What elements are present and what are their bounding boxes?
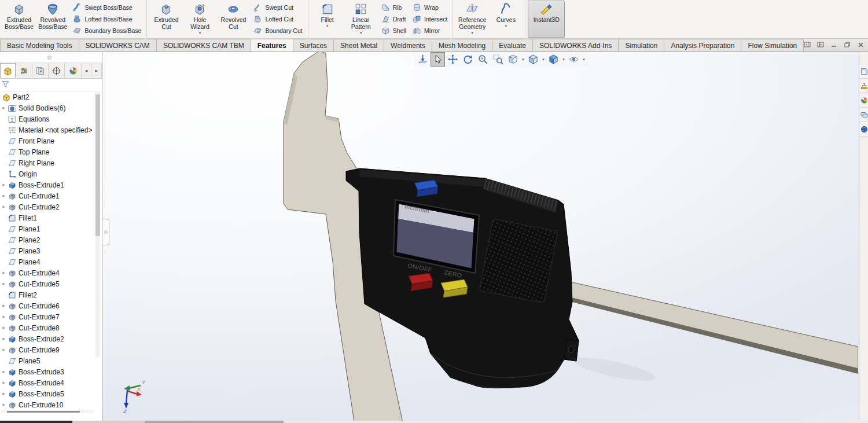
tab-weldments[interactable]: Weldments [384, 39, 432, 52]
tab-scroll-left-button[interactable]: ◂ [82, 63, 92, 78]
fillet-button[interactable]: Fillet▾ [311, 1, 344, 38]
tab-features[interactable]: Features [251, 39, 293, 52]
tree-root-part2[interactable]: Part2 [0, 91, 95, 102]
boundary-cut-button[interactable]: Boundary Cut [251, 25, 304, 36]
dropdown-caret-icon[interactable]: ▾ [541, 57, 546, 62]
tree-item-cut-extrude8[interactable]: ▸Cut-Extrude8 [0, 322, 95, 333]
panel-collapse-handle[interactable] [102, 219, 109, 245]
tree-item-boss-extrude5[interactable]: ▸Boss-Extrude5 [0, 388, 95, 399]
draft-button[interactable]: Draft [379, 13, 408, 25]
expand-arrow-icon[interactable]: ▸ [0, 399, 8, 410]
tree-item-boss-extrude2[interactable]: ▸Boss-Extrude2 [0, 333, 95, 344]
expand-arrow-icon[interactable]: ▸ [0, 344, 8, 355]
expand-arrow-icon[interactable]: ▸ [0, 322, 8, 333]
tree-item-cut-extrude6[interactable]: ▸Cut-Extrude6 [0, 300, 95, 311]
expand-arrow-icon[interactable]: ▸ [0, 300, 8, 311]
tree-item-plane5[interactable]: Plane5 [0, 355, 95, 366]
mirror-button[interactable]: Mirror [410, 25, 449, 36]
tab-surfaces[interactable]: Surfaces [293, 39, 334, 52]
instant3d-button[interactable]: Instant3D [528, 1, 565, 38]
extruded-boss-base-button[interactable]: ExtrudedBoss/Base [2, 1, 36, 38]
rib-button[interactable]: Rib [379, 2, 408, 13]
section-view-button[interactable] [506, 52, 520, 67]
curves-button[interactable]: Curves▾ [489, 1, 523, 38]
expand-arrow-icon[interactable]: ▸ [0, 388, 8, 399]
tree-item-right-plane[interactable]: Right Plane [0, 157, 95, 168]
tree-item-cut-extrude4[interactable]: ▸Cut-Extrude4 [0, 267, 95, 278]
wrap-button[interactable]: Wrap [410, 2, 449, 13]
units-button[interactable] [414, 180, 438, 197]
tab-analysis-preparation[interactable]: Analysis Preparation [664, 39, 741, 52]
tree-item-cut-extrude1[interactable]: ▸Cut-Extrude1 [0, 190, 95, 201]
reference-geometry-button[interactable]: ReferenceGeometry▾ [455, 1, 489, 38]
solidworks-resources-tab[interactable] [859, 64, 868, 79]
tree-item-plane1[interactable]: Plane1 [0, 223, 95, 234]
hole-wizard-button[interactable]: HoleWizard▾ [183, 1, 216, 38]
tab-mesh-modeling[interactable]: Mesh Modeling [432, 39, 492, 52]
tree-item-fillet1[interactable]: Fillet1 [0, 212, 95, 223]
hide-show-items-button[interactable] [567, 52, 581, 67]
panel-top-splitter[interactable] [0, 52, 102, 63]
tree-item-cut-extrude7[interactable]: ▸Cut-Extrude7 [0, 311, 95, 322]
dropdown-caret-icon[interactable]: ▾ [521, 57, 525, 62]
tree-vertical-scrollbar[interactable] [95, 91, 100, 357]
tree-item-plane2[interactable]: Plane2 [0, 234, 95, 245]
lofted-boss-base-button[interactable]: Lofted Boss/Base [71, 13, 143, 25]
tree-item-plane3[interactable]: Plane3 [0, 245, 95, 256]
expand-arrow-icon[interactable]: ▸ [0, 190, 8, 201]
display-style-button[interactable] [546, 52, 561, 67]
tree-item-boss-extrude1[interactable]: ▸Boss-Extrude1 [0, 179, 95, 190]
tab-flow-simulation[interactable]: Flow Simulation [741, 39, 804, 52]
tab-basic-modeling-tools[interactable]: Basic Modeling Tools [0, 39, 79, 52]
extruded-cut-button[interactable]: ExtrudedCut [149, 1, 183, 38]
tree-item-top-plane[interactable]: Top Plane [0, 146, 95, 157]
pan-button[interactable] [446, 52, 460, 67]
expand-arrow-icon[interactable]: ▸ [0, 278, 8, 289]
expand-arrow-icon[interactable]: ▸ [0, 201, 8, 212]
tree-item-plane4[interactable]: Plane4 [0, 256, 95, 267]
tree-item-material-not-specified[interactable]: Material <not specified> [0, 124, 95, 135]
manager-tab-configurationmanager[interactable]: R [32, 63, 49, 78]
tree-item-equations[interactable]: ΣEquations [0, 113, 95, 124]
tab-evaluate[interactable]: Evaluate [492, 39, 533, 52]
tree-item-cut-extrude9[interactable]: ▸Cut-Extrude9 [0, 344, 95, 355]
shell-button[interactable]: Shell [379, 25, 408, 36]
caliper-model[interactable]: inch/mm ON/OFF ZERO Z Y X [102, 52, 858, 421]
graphics-viewport[interactable]: inch/mm ON/OFF ZERO Z Y X ▾▾▾▾ [102, 52, 859, 421]
dock-left-button[interactable] [803, 41, 811, 49]
revolved-cut-button[interactable]: RevolvedCut [216, 1, 250, 38]
intersect-button[interactable]: Intersect [410, 13, 449, 25]
tree-item-solid-bodies-6[interactable]: ▸Solid Bodies(6) [0, 102, 95, 113]
expand-arrow-icon[interactable]: ▸ [0, 366, 8, 377]
tree-item-boss-extrude4[interactable]: ▸Boss-Extrude4 [0, 377, 95, 388]
manager-tab-propertymanager[interactable] [16, 63, 32, 78]
minimize-button[interactable] [830, 41, 838, 49]
dock-right-button[interactable] [816, 41, 825, 49]
tree-item-boss-extrude3[interactable]: ▸Boss-Extrude3 [0, 366, 95, 377]
view-orientation-button[interactable] [526, 52, 540, 67]
linear-pattern-button[interactable]: LinearPattern▾ [344, 1, 378, 38]
scrollbar-thumb[interactable] [95, 94, 100, 236]
normal-to-button[interactable] [415, 52, 430, 67]
tab-solidworks-add-ins[interactable]: SOLIDWORKS Add-Ins [532, 39, 619, 52]
filter-funnel-icon[interactable] [1, 80, 10, 91]
design-library-tab[interactable] [859, 79, 868, 93]
tree-horizontal-scrollbar[interactable] [1, 410, 94, 413]
tab-scroll-right-button[interactable]: ▸ [91, 63, 102, 78]
forum-tab[interactable] [859, 108, 868, 122]
manager-tab-featuremanager[interactable] [0, 63, 16, 78]
dropdown-caret-icon[interactable]: ▾ [326, 24, 329, 28]
caliper-beam[interactable] [570, 282, 858, 374]
boundary-boss-base-button[interactable]: Boundary Boss/Base [71, 25, 143, 36]
tab-sheet-metal[interactable]: Sheet Metal [333, 39, 384, 52]
tab-solidworks-cam-tbm[interactable]: SOLIDWORKS CAM TBM [156, 39, 251, 52]
revolved-boss-base-button[interactable]: RevolvedBoss/Base [36, 1, 69, 38]
tab-solidworks-cam[interactable]: SOLIDWORKS CAM [79, 39, 157, 52]
zoom-area-button[interactable] [491, 52, 505, 67]
restore-button[interactable] [843, 41, 851, 49]
select-button[interactable] [431, 52, 445, 67]
zoom-button[interactable] [476, 52, 490, 67]
dropdown-caret-icon[interactable]: ▾ [360, 31, 362, 35]
appearances-scenes-tab[interactable] [859, 93, 868, 108]
scrollbar-thumb[interactable] [7, 411, 80, 413]
